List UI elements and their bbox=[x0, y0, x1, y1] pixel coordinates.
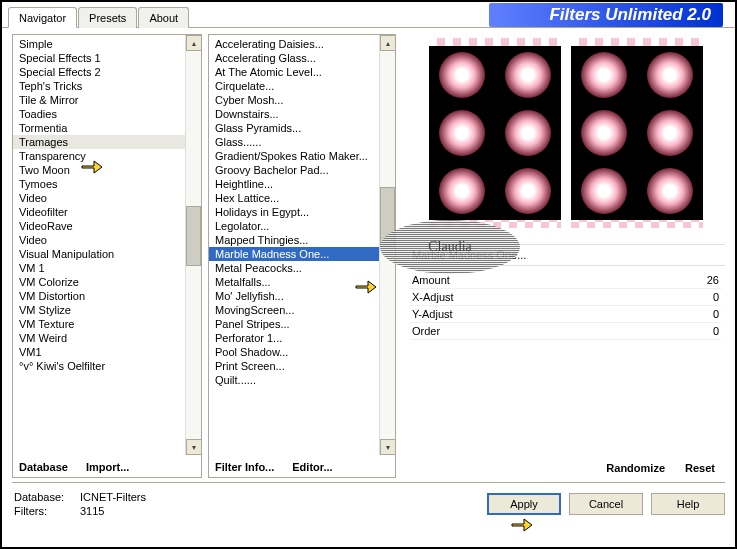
list-item[interactable]: Print Screen... bbox=[209, 359, 395, 373]
tab-label: Presets bbox=[89, 12, 126, 24]
list-item[interactable]: Perforator 1... bbox=[209, 331, 395, 345]
list-item[interactable]: Downstairs... bbox=[209, 107, 395, 121]
list-item[interactable]: Tile & Mirror bbox=[13, 93, 201, 107]
filter-column: Accelerating Daisies...Accelerating Glas… bbox=[208, 34, 396, 478]
help-button[interactable]: Help bbox=[651, 493, 725, 515]
apply-button[interactable]: Apply bbox=[487, 493, 561, 515]
param-name: Amount bbox=[412, 274, 450, 286]
list-item[interactable]: Cirquelate... bbox=[209, 79, 395, 93]
param-row[interactable]: X-Adjust0 bbox=[410, 289, 721, 306]
tabs: Navigator Presets About bbox=[8, 6, 190, 27]
list-item[interactable]: Video bbox=[13, 191, 201, 205]
scroll-thumb[interactable] bbox=[186, 206, 201, 266]
status-block: Database:ICNET-Filters Filters:3115 bbox=[14, 491, 146, 517]
tab-presets[interactable]: Presets bbox=[78, 7, 137, 28]
list-item[interactable]: Toadies bbox=[13, 107, 201, 121]
param-value: 0 bbox=[713, 291, 719, 303]
list-item[interactable]: Special Effects 1 bbox=[13, 51, 201, 65]
category-column: SimpleSpecial Effects 1Special Effects 2… bbox=[12, 34, 202, 478]
list-item[interactable]: VM Colorize bbox=[13, 275, 201, 289]
category-list[interactable]: SimpleSpecial Effects 1Special Effects 2… bbox=[13, 35, 201, 455]
param-row[interactable]: Y-Adjust0 bbox=[410, 306, 721, 323]
filter-list[interactable]: Accelerating Daisies...Accelerating Glas… bbox=[209, 35, 395, 455]
scroll-down-icon[interactable]: ▾ bbox=[186, 439, 201, 455]
list-item[interactable]: Mapped Thingies... bbox=[209, 233, 395, 247]
list-item[interactable]: Videofilter bbox=[13, 205, 201, 219]
import-button[interactable]: Import... bbox=[86, 461, 129, 473]
list-item[interactable]: Tormentia bbox=[13, 121, 201, 135]
list-item[interactable]: Teph's Tricks bbox=[13, 79, 201, 93]
list-item[interactable]: Transparency bbox=[13, 149, 201, 163]
list-item[interactable]: Pool Shadow... bbox=[209, 345, 395, 359]
list-item[interactable]: Mo' Jellyfish... bbox=[209, 289, 395, 303]
status-db-label: Database: bbox=[14, 491, 74, 503]
param-value: 0 bbox=[713, 308, 719, 320]
button-label: Cancel bbox=[589, 498, 623, 510]
param-value: 26 bbox=[707, 274, 719, 286]
main-area: SimpleSpecial Effects 1Special Effects 2… bbox=[2, 28, 735, 478]
filter-info-button[interactable]: Filter Info... bbox=[215, 461, 274, 473]
tab-navigator[interactable]: Navigator bbox=[8, 7, 77, 28]
param-name: Order bbox=[412, 325, 440, 337]
list-item[interactable]: Glass Pyramids... bbox=[209, 121, 395, 135]
scroll-down-icon[interactable]: ▾ bbox=[380, 439, 395, 455]
list-item[interactable]: Metal Peacocks... bbox=[209, 261, 395, 275]
list-item[interactable]: °v° Kiwi's Oelfilter bbox=[13, 359, 201, 373]
editor-button[interactable]: Editor... bbox=[292, 461, 332, 473]
list-item[interactable]: Gradient/Spokes Ratio Maker... bbox=[209, 149, 395, 163]
preview-after bbox=[571, 38, 703, 228]
list-item[interactable]: VM Distortion bbox=[13, 289, 201, 303]
watermark: Claudia bbox=[380, 220, 520, 274]
category-buttons: Database Import... bbox=[13, 455, 201, 477]
list-item[interactable]: Groovy Bachelor Pad... bbox=[209, 163, 395, 177]
list-item[interactable]: VM1 bbox=[13, 345, 201, 359]
list-item[interactable]: Simple bbox=[13, 37, 201, 51]
list-item[interactable]: Glass...... bbox=[209, 135, 395, 149]
reset-button[interactable]: Reset bbox=[685, 462, 715, 474]
list-item[interactable]: Tymoes bbox=[13, 177, 201, 191]
param-name: Y-Adjust bbox=[412, 308, 453, 320]
list-item[interactable]: Accelerating Glass... bbox=[209, 51, 395, 65]
param-row[interactable]: Amount26 bbox=[410, 272, 721, 289]
list-item[interactable]: Metalfalls... bbox=[209, 275, 395, 289]
list-item[interactable]: Accelerating Daisies... bbox=[209, 37, 395, 51]
tab-about[interactable]: About bbox=[138, 7, 189, 28]
scroll-up-icon[interactable]: ▴ bbox=[186, 35, 201, 51]
list-item[interactable]: Legolator... bbox=[209, 219, 395, 233]
preview-area bbox=[406, 34, 725, 244]
list-item[interactable]: Two Moon bbox=[13, 163, 201, 177]
list-item[interactable]: VM Stylize bbox=[13, 303, 201, 317]
list-item[interactable]: Holidays in Egypt... bbox=[209, 205, 395, 219]
preview-before bbox=[429, 38, 561, 228]
database-button[interactable]: Database bbox=[19, 461, 68, 473]
filter-buttons: Filter Info... Editor... bbox=[209, 455, 395, 477]
parameters-panel: Amount26X-Adjust0Y-Adjust0Order0 bbox=[406, 266, 725, 456]
list-item[interactable]: Cyber Mosh... bbox=[209, 93, 395, 107]
bottom-bar: Database:ICNET-Filters Filters:3115 Appl… bbox=[2, 483, 735, 525]
list-item[interactable]: VM Weird bbox=[13, 331, 201, 345]
title-bar: Navigator Presets About Filters Unlimite… bbox=[2, 2, 735, 28]
list-item[interactable]: Hex Lattice... bbox=[209, 191, 395, 205]
list-item[interactable]: VideoRave bbox=[13, 219, 201, 233]
tab-label: Navigator bbox=[19, 12, 66, 24]
scroll-up-icon[interactable]: ▴ bbox=[380, 35, 395, 51]
list-item[interactable]: Heightline... bbox=[209, 177, 395, 191]
randomize-button[interactable]: Randomize bbox=[606, 462, 665, 474]
list-item[interactable]: Panel Stripes... bbox=[209, 317, 395, 331]
param-value: 0 bbox=[713, 325, 719, 337]
list-item[interactable]: Marble Madness One... bbox=[209, 247, 395, 261]
list-item[interactable]: At The Atomic Level... bbox=[209, 65, 395, 79]
list-item[interactable]: Special Effects 2 bbox=[13, 65, 201, 79]
list-item[interactable]: MovingScreen... bbox=[209, 303, 395, 317]
list-item[interactable]: VM Texture bbox=[13, 317, 201, 331]
app-title: Filters Unlimited 2.0 bbox=[489, 3, 723, 27]
list-item[interactable]: Tramages bbox=[13, 135, 201, 149]
list-item[interactable]: Visual Manipulation bbox=[13, 247, 201, 261]
scrollbar[interactable]: ▴ ▾ bbox=[185, 35, 201, 455]
cancel-button[interactable]: Cancel bbox=[569, 493, 643, 515]
status-filters-label: Filters: bbox=[14, 505, 74, 517]
list-item[interactable]: Quilt...... bbox=[209, 373, 395, 387]
list-item[interactable]: Video bbox=[13, 233, 201, 247]
list-item[interactable]: VM 1 bbox=[13, 261, 201, 275]
param-row[interactable]: Order0 bbox=[410, 323, 721, 340]
